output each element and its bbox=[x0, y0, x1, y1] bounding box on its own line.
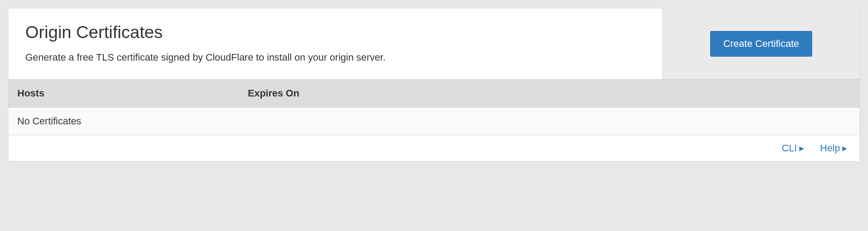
card-header: Origin Certificates Generate a free TLS … bbox=[8, 8, 860, 79]
table-header-row: Hosts Expires On bbox=[8, 79, 860, 108]
chevron-right-icon: ▶ bbox=[799, 145, 804, 152]
empty-state-text: No Certificates bbox=[17, 116, 851, 127]
cli-link-label: CLI bbox=[782, 142, 797, 154]
card-title: Origin Certificates bbox=[25, 23, 645, 42]
cli-link[interactable]: CLI ▶ bbox=[782, 142, 804, 154]
column-header-expires-on: Expires On bbox=[248, 88, 851, 99]
card-footer: CLI ▶ Help ▶ bbox=[8, 135, 860, 161]
help-link[interactable]: Help ▶ bbox=[820, 142, 847, 154]
help-link-label: Help bbox=[820, 142, 840, 154]
card-action-area: Create Certificate bbox=[662, 8, 860, 79]
card-description: Generate a free TLS certificate signed b… bbox=[25, 52, 645, 63]
card-header-content: Origin Certificates Generate a free TLS … bbox=[8, 8, 662, 79]
table-body: No Certificates bbox=[8, 108, 860, 135]
column-header-hosts: Hosts bbox=[17, 88, 248, 99]
create-certificate-button[interactable]: Create Certificate bbox=[710, 31, 812, 57]
origin-certificates-card: Origin Certificates Generate a free TLS … bbox=[8, 8, 860, 162]
chevron-right-icon: ▶ bbox=[842, 145, 847, 152]
